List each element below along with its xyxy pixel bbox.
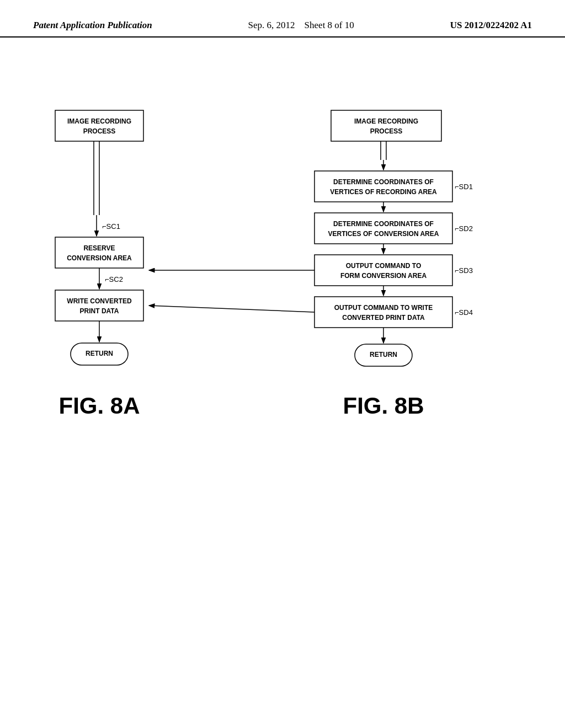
fig8b-sd3-box [315, 255, 452, 286]
fig8b-sd2-box [315, 213, 452, 244]
fig8a-reserve-box [55, 237, 143, 268]
publication-title: Patent Application Publication [33, 20, 152, 31]
sheet-info: Sheet 8 of 10 [305, 20, 354, 30]
patent-number: US 2012/0224202 A1 [450, 20, 532, 31]
fig8b-sd2-line2: VERTICES OF CONVERSION AREA [328, 230, 439, 238]
fig8b-sd4-box [315, 297, 452, 328]
fig8b-to-fig8a-arrow2 [149, 306, 315, 312]
fig8a-write-line1: WRITE CONVERTED [67, 297, 132, 305]
fig8b-start-line1: IMAGE RECORDING [354, 117, 418, 125]
fig8a-return-text: RETURN [86, 350, 113, 357]
fig8b-sd4-line1: OUTPUT COMMAND TO WRITE [334, 304, 433, 312]
fig8b-sd4-label: ⌐SD4 [455, 308, 473, 317]
date-sheet: Sep. 6, 2012 Sheet 8 of 10 [248, 20, 354, 31]
fig8b-label: FIG. 8B [343, 393, 424, 419]
fig8a-reserve-line2: CONVERSION AREA [67, 254, 132, 262]
fig8b-sd1-line2: VERTICES OF RECORDING AREA [330, 188, 437, 196]
fig8a-start-line1: IMAGE RECORDING [67, 117, 131, 125]
fig8a-label: FIG. 8A [58, 393, 140, 419]
fig8b-sd1-box [315, 171, 452, 202]
fig8b-start-box [331, 110, 441, 141]
fig8a-start-line2: PROCESS [83, 127, 116, 135]
fig8a-write-line2: PRINT DATA [80, 307, 119, 315]
fig8a-sc2-label: ⌐SC2 [105, 275, 123, 283]
diagram-svg: IMAGE RECORDING PROCESS ⌐SC1 RESERVE CON… [22, 99, 541, 540]
fig8b-sd3-line2: FORM CONVERSION AREA [340, 272, 427, 280]
fig8b-start-line2: PROCESS [370, 127, 403, 135]
fig8b-return-text: RETURN [370, 351, 397, 358]
fig8b-sd1-label: ⌐SD1 [455, 183, 473, 191]
fig8b-sd3-line1: OUTPUT COMMAND TO [346, 262, 421, 270]
fig8b-sd4-line2: CONVERTED PRINT DATA [342, 314, 425, 322]
fig8b-sd3-label: ⌐SD3 [455, 266, 473, 275]
page-header: Patent Application Publication Sep. 6, 2… [0, 0, 565, 38]
fig8b-sd1-line1: DETERMINE COORDINATES OF [333, 178, 434, 186]
fig8a-write-box [55, 290, 143, 321]
fig8a-start-box [55, 110, 143, 141]
pub-date: Sep. 6, 2012 [248, 20, 295, 30]
fig8a-sc1-label: ⌐SC1 [102, 222, 120, 231]
fig8a-reserve-line1: RESERVE [83, 244, 115, 252]
fig8b-sd2-label: ⌐SD2 [455, 224, 473, 233]
fig8b-sd2-line1: DETERMINE COORDINATES OF [333, 220, 434, 228]
